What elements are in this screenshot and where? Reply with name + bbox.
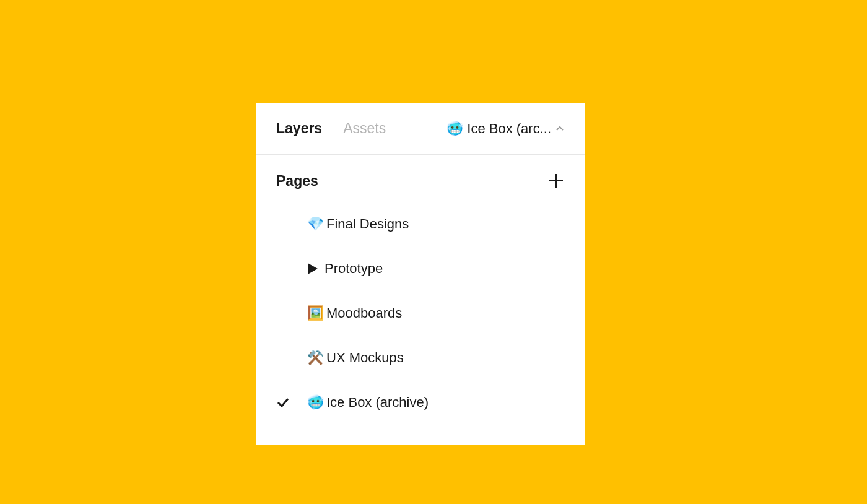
layers-panel: Layers Assets 🥶 Ice Box (arc... Pages 💎 … (256, 103, 585, 445)
page-item-ice-box[interactable]: 🥶 Ice Box (archive) (276, 380, 565, 425)
chevron-up-icon (555, 124, 565, 134)
add-page-button[interactable] (547, 172, 565, 189)
page-emoji: 💎 (307, 216, 324, 232)
page-item-prototype[interactable]: Prototype (276, 246, 565, 291)
page-emoji: 🖼️ (307, 305, 324, 321)
play-icon (307, 263, 318, 275)
check-icon (276, 396, 307, 409)
current-page-dropdown[interactable]: 🥶 Ice Box (arc... (447, 121, 565, 137)
plus-icon (548, 173, 564, 189)
page-item-moodboards[interactable]: 🖼️ Moodboards (276, 291, 565, 336)
pages-title: Pages (276, 173, 318, 189)
pages-header: Pages (256, 155, 585, 202)
page-label: Moodboards (326, 305, 402, 321)
page-label: Ice Box (archive) (326, 394, 429, 411)
page-item-ux-mockups[interactable]: ⚒️ UX Mockups (276, 336, 565, 380)
panel-header: Layers Assets 🥶 Ice Box (arc... (256, 103, 585, 155)
page-label: UX Mockups (326, 350, 404, 366)
page-label: Final Designs (326, 216, 409, 232)
current-page-label: 🥶 Ice Box (arc... (447, 121, 551, 137)
page-list: 💎 Final Designs Prototype 🖼️ Moodboards … (256, 202, 585, 437)
tab-assets[interactable]: Assets (343, 120, 386, 137)
tab-layers[interactable]: Layers (276, 120, 322, 137)
page-emoji: 🥶 (307, 394, 324, 411)
page-label: Prototype (325, 261, 383, 277)
page-emoji: ⚒️ (307, 350, 324, 366)
page-item-final-designs[interactable]: 💎 Final Designs (276, 202, 565, 246)
